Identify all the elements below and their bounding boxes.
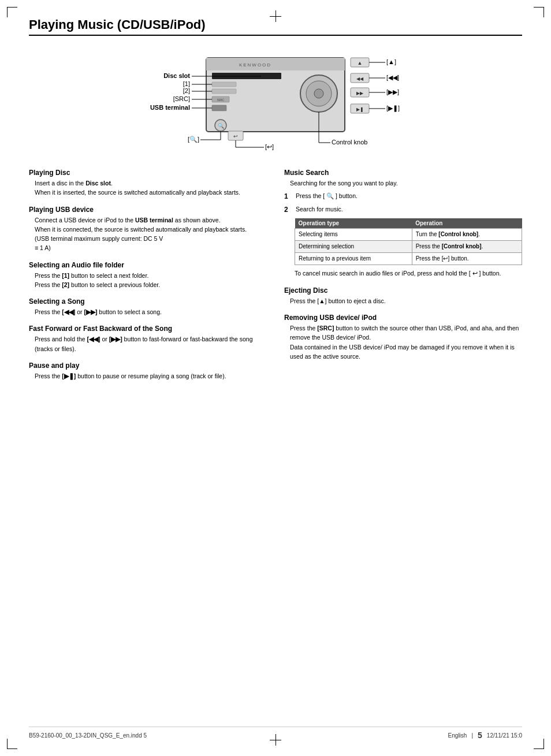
body-playing-usb: Connect a USB device or iPod to the USB … [35, 215, 267, 253]
footer-page-number: 5 [478, 731, 482, 740]
body-selecting-song: Press the [◀◀] or [▶▶] button to select … [35, 307, 267, 316]
heading-playing-disc: Playing Disc [29, 169, 267, 177]
table-cell-op-2: Press the [Control knob]. [412, 241, 522, 253]
heading-removing-usb: Removing USB device/ iPod [284, 314, 522, 322]
footer: B59-2160-00_00_13-2DIN_QSG_E_en.indd 5 E… [29, 727, 522, 740]
step-1-text: Press the [ 🔍 ] button. [296, 191, 358, 202]
table-row: Determining selection Press the [Control… [295, 241, 522, 253]
svg-text:[◀◀]: [◀◀] [386, 74, 399, 81]
body-removing-usb: Press the [SRC] button to switch the sou… [290, 323, 522, 361]
svg-rect-5 [212, 89, 236, 94]
heading-pause-play: Pause and play [29, 362, 267, 370]
svg-text:[↩]: [↩] [265, 143, 274, 150]
svg-text:↩: ↩ [233, 133, 238, 139]
table-col1-header: Operation type [295, 218, 412, 229]
table-cell-type-2: Determining selection [295, 241, 412, 253]
svg-text:▶❚: ▶❚ [356, 107, 364, 112]
footer-file-info: B59-2160-00_00_13-2DIN_QSG_E_en.indd 5 [29, 732, 147, 739]
crosshair-top [270, 10, 281, 22]
svg-text:[2]: [2] [183, 87, 190, 94]
step-2-text: Search for music. [296, 204, 343, 215]
svg-text:◀◀: ◀◀ [356, 76, 364, 81]
heading-music-search: Music Search [284, 169, 522, 177]
body-ejecting-disc: Press the [▲] button to eject a disc. [290, 296, 522, 306]
table-row: Returning to a previous item Press the [… [295, 253, 522, 265]
svg-point-13 [314, 89, 323, 98]
table-col2-header: Operation [412, 218, 522, 229]
table-row: Selecting items Turn the [Control knob]. [295, 229, 522, 241]
body-playing-disc: Insert a disc in the Disc slot. When it … [35, 178, 267, 198]
left-column: Playing Disc Insert a disc in the Disc s… [29, 169, 267, 381]
body-selecting-folder: Press the [1] button to select a next fo… [35, 271, 267, 290]
footer-date: 12/11/21 15:0 [487, 732, 522, 739]
heading-fast-forward: Fast Forward or Fast Backward of the Son… [29, 325, 267, 333]
svg-text:Disc slot: Disc slot [163, 72, 190, 79]
footer-separator: | [471, 732, 473, 739]
heading-ejecting-disc: Ejecting Disc [284, 286, 522, 295]
table-cell-type-1: Selecting items [295, 229, 412, 241]
svg-text:▲: ▲ [358, 60, 363, 66]
footer-language: English [448, 732, 467, 739]
svg-text:[▶▶]: [▶▶] [386, 88, 399, 95]
footer-right: English | 5 12/11/21 15:0 [448, 731, 522, 740]
body-pause-play: Press the [▶❚] button to pause or resume… [35, 371, 267, 381]
step-1: 1 Press the [ 🔍 ] button. [284, 191, 522, 202]
svg-text:[▲]: [▲] [386, 58, 396, 65]
cancel-note: To cancel music search in audio files or… [295, 269, 522, 278]
step-2: 2 Search for music. [284, 204, 522, 215]
svg-text:SRC: SRC [217, 98, 225, 102]
svg-text:▶▶: ▶▶ [356, 91, 364, 96]
table-cell-op-3: Press the [↩] button. [412, 253, 522, 265]
svg-text:Control knob: Control knob [332, 139, 367, 146]
svg-text:USB terminal: USB terminal [150, 104, 190, 111]
heading-selecting-song: Selecting a Song [29, 297, 267, 306]
table-cell-op-1: Turn the [Control knob]. [412, 229, 522, 241]
body-music-search-intro: Searching for the song you want to play. [290, 178, 522, 188]
corner-mark-tl [7, 7, 17, 17]
svg-rect-4 [212, 82, 236, 87]
device-diagram: KENWOOD SRC 🔍 ▲ ◀◀ ▶▶ ▶❚ ↩ [29, 42, 522, 163]
operation-table: Operation type Operation Selecting items… [295, 218, 522, 265]
content-area: Playing Disc Insert a disc in the Disc s… [29, 169, 522, 381]
corner-mark-br [534, 739, 544, 749]
svg-rect-1 [206, 58, 345, 70]
svg-text:🔍: 🔍 [218, 122, 225, 129]
svg-text:[▶❚]: [▶❚] [386, 105, 400, 112]
corner-mark-tr [534, 7, 544, 17]
svg-text:KENWOOD: KENWOOD [239, 62, 271, 68]
step-2-num: 2 [284, 204, 292, 215]
svg-rect-8 [212, 105, 226, 111]
svg-text:[SRC]: [SRC] [173, 95, 190, 102]
table-cell-type-3: Returning to a previous item [295, 253, 412, 265]
right-column: Music Search Searching for the song you … [284, 169, 522, 381]
svg-text:[🔍]: [🔍] [188, 135, 199, 143]
body-fast-forward: Press and hold the [◀◀] or [▶▶] button t… [35, 334, 267, 353]
heading-playing-usb: Playing USB device [29, 206, 267, 214]
svg-text:[1]: [1] [183, 80, 190, 87]
corner-mark-bl [7, 739, 17, 749]
heading-selecting-folder: Selecting an Audio file folder [29, 261, 267, 269]
step-1-num: 1 [284, 191, 292, 202]
